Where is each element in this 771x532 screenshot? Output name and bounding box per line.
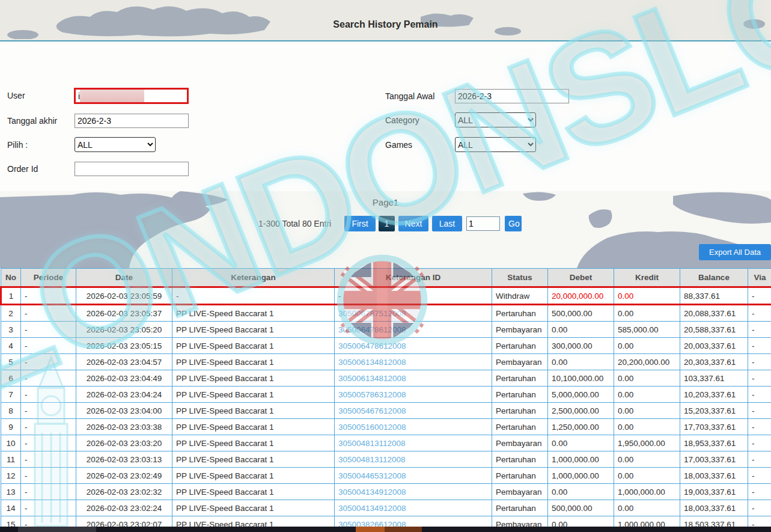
table-row: 9-2026-02-03 23:03:38PP LIVE-Speed Bacca… [1, 419, 771, 435]
cell-kredit: 0.00 [614, 338, 680, 354]
cell-date: 2026-02-03 23:05:37 [76, 305, 172, 322]
keterangan-id-link[interactable]: 305004134912008 [338, 488, 406, 497]
cell-keterangan: PP LIVE-Speed Baccarat 1 [172, 387, 335, 403]
cell-kredit: 0.00 [614, 305, 680, 322]
cell-debet: 20,000,000.00 [548, 287, 614, 305]
cell-kredit: 0.00 [614, 387, 680, 403]
cell-no: 8 [1, 403, 21, 419]
tanggal-akhir-input[interactable] [75, 114, 189, 128]
history-table-wrap: NoPeriodeDateKeteranganKeterangan IDStat… [0, 268, 771, 532]
cell-balance: 20,588,337.61 [680, 322, 748, 338]
tanggal-awal-input[interactable] [455, 89, 569, 103]
pilih-label: Pilih : [7, 140, 28, 150]
cell-no: 11 [1, 451, 21, 468]
cell-balance: 88,337.61 [680, 287, 748, 305]
go-button[interactable]: Go [505, 216, 522, 231]
cell-debet: 10,100,000.00 [548, 370, 614, 387]
category-select[interactable]: ALL [455, 112, 536, 127]
cell-status: Pembayaran [492, 484, 548, 500]
cell-via: - [748, 305, 771, 322]
last-page-button[interactable]: Last [432, 216, 462, 231]
cell-via: - [748, 403, 771, 419]
cell-keterangan: PP LIVE-Speed Baccarat 1 [172, 435, 335, 451]
order-id-input[interactable] [75, 162, 189, 176]
cell-keterangan: PP LIVE-Speed Baccarat 1 [172, 403, 335, 419]
keterangan-id-link[interactable]: 305004465312008 [338, 471, 406, 480]
cell-periode: - [21, 468, 76, 484]
cell-no: 4 [1, 338, 21, 354]
user-label: User [7, 91, 25, 100]
cell-keterangan: PP LIVE-Speed Baccarat 1 [172, 500, 335, 516]
cell-via: - [748, 370, 771, 387]
column-header-status: Status [492, 269, 548, 287]
cell-status: Withdraw [492, 287, 548, 305]
next-page-button[interactable]: Next [398, 216, 428, 231]
keterangan-id-link[interactable]: 305006478612008 [338, 325, 406, 334]
cell-keterangan_id: 305004134912008 [335, 484, 492, 500]
cell-periode: - [21, 354, 76, 370]
cell-no: 5 [1, 354, 21, 370]
cell-date: 2026-02-03 23:03:38 [76, 419, 172, 435]
bottom-strip-segment [18, 527, 96, 532]
cell-date: 2026-02-03 23:04:00 [76, 403, 172, 419]
keterangan-id-link[interactable]: 305004813112008 [338, 439, 406, 448]
table-row: 2-2026-02-03 23:05:37PP LIVE-Speed Bacca… [1, 305, 771, 322]
cell-periode: - [21, 500, 76, 516]
cell-kredit: 1,950,000.00 [614, 435, 680, 451]
keterangan-id-link[interactable]: 305005467612008 [338, 406, 406, 415]
cell-periode: - [21, 435, 76, 451]
cell-debet: 1,000,000.00 [548, 468, 614, 484]
keterangan-id-link[interactable]: 305006478612008 [338, 341, 406, 350]
cell-no: 12 [1, 468, 21, 484]
keterangan-id-link[interactable]: 305006134812008 [338, 358, 406, 367]
keterangan-id-link[interactable]: 305004813112008 [338, 455, 406, 464]
table-row: 14-2026-02-03 23:02:24PP LIVE-Speed Bacc… [1, 500, 771, 516]
cell-via: - [748, 354, 771, 370]
keterangan-id-link[interactable]: 305006134812008 [338, 374, 406, 383]
cell-periode: - [21, 387, 76, 403]
keterangan-id-link[interactable]: 305005160012008 [338, 423, 406, 432]
pilih-select[interactable]: ALL [75, 137, 156, 152]
keterangan-id-link[interactable]: 305006787512008 [338, 309, 406, 318]
cell-no: 6 [1, 370, 21, 387]
cell-balance: 20,303,337.61 [680, 354, 748, 370]
first-page-button[interactable]: First [344, 216, 376, 231]
games-select[interactable]: ALL [455, 137, 536, 152]
table-row: 6-2026-02-03 23:04:49PP LIVE-Speed Bacca… [1, 370, 771, 387]
games-label: Games [385, 140, 412, 150]
cell-via: - [748, 387, 771, 403]
cell-via: - [748, 435, 771, 451]
cell-debet: 0.00 [548, 435, 614, 451]
keterangan-id-link[interactable]: 305005786312008 [338, 390, 406, 399]
cell-periode: - [21, 370, 76, 387]
cell-no: 7 [1, 387, 21, 403]
keterangan-id-link[interactable]: 305004134912008 [338, 504, 406, 513]
column-header-via: Via [748, 269, 771, 287]
cell-debet: 1,000,000.00 [548, 451, 614, 468]
cell-status: Pertaruhan [492, 451, 548, 468]
cell-keterangan: PP LIVE-Speed Baccarat 1 [172, 484, 335, 500]
cell-status: Pertaruhan [492, 403, 548, 419]
cell-date: 2026-02-03 23:02:32 [76, 484, 172, 500]
cell-date: 2026-02-03 23:04:24 [76, 387, 172, 403]
cell-periode: - [21, 484, 76, 500]
export-all-data-button[interactable]: Export All Data [699, 244, 771, 260]
cell-keterangan: PP LIVE-Speed Baccarat 1 [172, 338, 335, 354]
cell-keterangan_id: 305006134812008 [335, 354, 492, 370]
cell-balance: 17,003,337.61 [680, 451, 748, 468]
history-table: NoPeriodeDateKeteranganKeterangan IDStat… [0, 268, 771, 532]
table-row: 11-2026-02-03 23:03:13PP LIVE-Speed Bacc… [1, 451, 771, 468]
column-header-keterangan: Keterangan [172, 269, 335, 287]
cell-periode: - [21, 403, 76, 419]
entries-count-text: 1-300 Total 80 Entri [258, 219, 331, 228]
table-row: 4-2026-02-03 23:05:15PP LIVE-Speed Bacca… [1, 338, 771, 354]
page-number-input[interactable] [466, 216, 500, 231]
cell-balance: 18,003,337.61 [680, 500, 748, 516]
cell-status: Pembayaran [492, 435, 548, 451]
cell-via: - [748, 484, 771, 500]
cell-no: 14 [1, 500, 21, 516]
cell-keterangan_id: 305006134812008 [335, 370, 492, 387]
table-row: 13-2026-02-03 23:02:32PP LIVE-Speed Bacc… [1, 484, 771, 500]
cell-kredit: 0.00 [614, 287, 680, 305]
cell-keterangan_id: 305005786312008 [335, 387, 492, 403]
